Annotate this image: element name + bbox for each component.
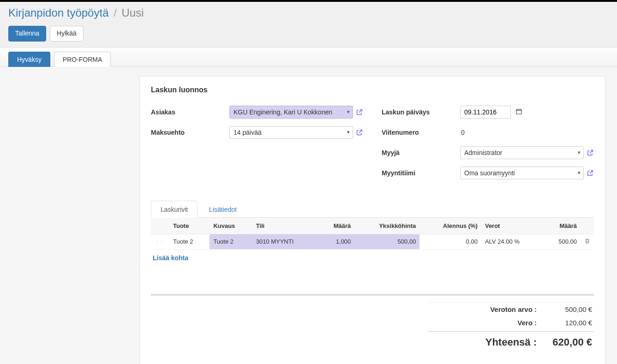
col-discount: Alennus (%): [419, 218, 481, 234]
col-account: Tili: [252, 218, 318, 234]
reference-value: 0: [460, 129, 465, 136]
add-line-link[interactable]: Lisää kohta: [151, 250, 190, 266]
discard-button[interactable]: Hylkää: [50, 26, 84, 42]
value-total: 620,00 €: [537, 336, 592, 348]
salesteam-select[interactable]: Oma suoramyynti: [460, 167, 584, 179]
col-qty: Määrä: [318, 218, 355, 234]
invoice-lines-table: Tuote Kuvaus Tili Määrä Yksikköhinta Ale…: [151, 218, 594, 250]
cell-account[interactable]: 3010 MYYNTI: [252, 234, 318, 249]
salesperson-select[interactable]: Administrator: [460, 146, 584, 159]
col-description: Kuvaus: [210, 218, 252, 234]
cell-unit-price[interactable]: 500,00: [354, 234, 419, 249]
breadcrumb-current: Uusi: [122, 6, 144, 19]
delete-row-icon[interactable]: [584, 238, 590, 245]
payment-term-select[interactable]: 14 päivää: [229, 126, 353, 139]
label-customer: Asiakas: [151, 108, 229, 116]
label-payment-term: Maksuehto: [151, 129, 229, 136]
tab-approve[interactable]: Hyväksy: [8, 52, 50, 67]
status-tabs: Hyväksy PRO-FORMA: [0, 48, 617, 67]
cell-qty[interactable]: 1,000: [318, 234, 355, 249]
col-product: Tuote: [169, 218, 210, 234]
svg-rect-0: [516, 109, 521, 114]
customer-select[interactable]: KGU Enginering, Kari U Kokkonen: [229, 106, 353, 119]
cell-description[interactable]: Tuote 2: [210, 234, 252, 249]
label-salesteam: Myyntitiimi: [382, 169, 460, 177]
cell-taxes[interactable]: ALV 24.00 %: [481, 234, 543, 249]
tab-proforma[interactable]: PRO-FORMA: [54, 52, 111, 67]
external-link-icon[interactable]: [356, 108, 363, 116]
breadcrumb: Kirjanpidon työpöytä / Uusi: [8, 6, 609, 19]
label-total: Yhteensä :: [430, 336, 537, 348]
tab-other-info[interactable]: Lisätiedot: [199, 201, 246, 218]
tab-invoice-lines[interactable]: Laskurivit: [151, 201, 198, 218]
drag-handle-icon[interactable]: ⋮⋮: [155, 239, 165, 245]
external-link-icon[interactable]: [356, 128, 363, 136]
calendar-icon[interactable]: [515, 108, 522, 116]
label-salesperson: Myyjä: [382, 149, 460, 156]
col-taxes: Verot: [481, 218, 543, 234]
col-unit-price: Yksikköhinta: [354, 218, 419, 234]
col-amount: Määrä: [543, 218, 581, 234]
external-link-icon[interactable]: [587, 149, 594, 156]
totals-block: Veroton arvo : 500,00 € Vero : 120,00 € …: [428, 302, 594, 351]
breadcrumb-separator: /: [114, 6, 117, 19]
value-tax: 120,00 €: [537, 319, 592, 327]
external-link-icon[interactable]: [587, 169, 594, 177]
value-untaxed: 500,00 €: [537, 305, 592, 313]
cell-amount: 500,00: [543, 234, 581, 249]
table-row[interactable]: ⋮⋮ Tuote 2 Tuote 2 3010 MYYNTI 1,000 500…: [151, 234, 594, 249]
label-invoice-date: Laskun päiväys: [382, 108, 460, 116]
label-untaxed: Veroton arvo :: [430, 305, 537, 313]
label-reference: Viitenumero: [382, 129, 460, 136]
cell-discount[interactable]: 0,00: [419, 234, 481, 249]
invoice-date-input[interactable]: [460, 106, 511, 119]
save-button[interactable]: Tallenna: [8, 26, 46, 42]
label-tax: Vero :: [430, 319, 537, 327]
breadcrumb-root-link[interactable]: Kirjanpidon työpöytä: [8, 6, 108, 19]
cell-product[interactable]: Tuote 2: [169, 234, 210, 249]
form-title: Laskun luonnos: [151, 86, 594, 94]
invoice-form-card: Laskun luonnos Asiakas KGU Enginering, K…: [139, 76, 605, 364]
page-header: Kirjanpidon työpöytä / Uusi Tallenna Hyl…: [0, 2, 617, 48]
